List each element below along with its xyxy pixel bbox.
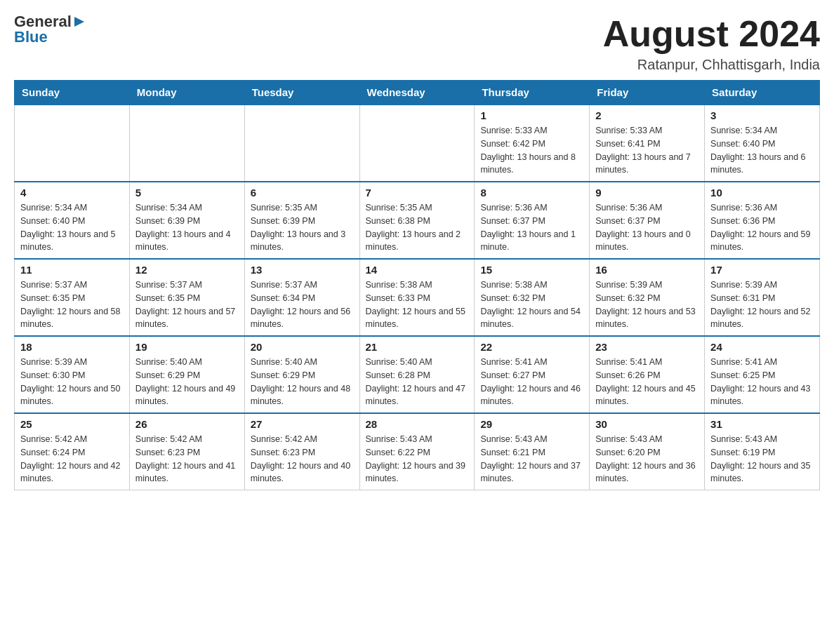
day-number: 30 — [595, 418, 699, 430]
calendar-cell: 10Sunrise: 5:36 AMSunset: 6:36 PMDayligh… — [705, 182, 820, 259]
day-info: Sunrise: 5:43 AMSunset: 6:22 PMDaylight:… — [366, 433, 469, 485]
day-info: Sunrise: 5:41 AMSunset: 6:26 PMDaylight:… — [595, 356, 699, 408]
calendar-cell: 15Sunrise: 5:38 AMSunset: 6:32 PMDayligh… — [475, 259, 590, 336]
calendar-cell: 3Sunrise: 5:34 AMSunset: 6:40 PMDaylight… — [705, 105, 820, 182]
day-info: Sunrise: 5:36 AMSunset: 6:37 PMDaylight:… — [480, 201, 583, 254]
day-number: 21 — [366, 341, 469, 353]
calendar-cell — [359, 105, 475, 182]
calendar-cell: 16Sunrise: 5:39 AMSunset: 6:32 PMDayligh… — [590, 259, 705, 336]
day-number: 20 — [251, 341, 354, 353]
col-saturday: Saturday — [705, 81, 820, 105]
day-number: 18 — [20, 341, 124, 353]
day-number: 13 — [251, 264, 354, 276]
calendar-cell: 19Sunrise: 5:40 AMSunset: 6:29 PMDayligh… — [129, 336, 244, 413]
calendar-cell — [244, 105, 359, 182]
calendar-cell: 4Sunrise: 5:34 AMSunset: 6:40 PMDaylight… — [15, 182, 130, 259]
day-number: 4 — [20, 187, 124, 199]
calendar-cell: 6Sunrise: 5:35 AMSunset: 6:39 PMDaylight… — [244, 182, 359, 259]
day-number: 15 — [480, 264, 583, 276]
day-number: 2 — [595, 109, 699, 121]
day-info: Sunrise: 5:40 AMSunset: 6:28 PMDaylight:… — [366, 356, 469, 408]
day-info: Sunrise: 5:34 AMSunset: 6:39 PMDaylight:… — [135, 201, 239, 254]
day-info: Sunrise: 5:36 AMSunset: 6:36 PMDaylight:… — [710, 201, 814, 254]
month-title: August 2024 — [603, 14, 820, 54]
calendar-cell: 27Sunrise: 5:42 AMSunset: 6:23 PMDayligh… — [244, 413, 359, 490]
week-row-3: 11Sunrise: 5:37 AMSunset: 6:35 PMDayligh… — [15, 259, 820, 336]
day-info: Sunrise: 5:36 AMSunset: 6:37 PMDaylight:… — [595, 201, 699, 254]
location: Ratanpur, Chhattisgarh, India — [603, 57, 820, 73]
day-number: 29 — [480, 418, 583, 430]
calendar-cell: 14Sunrise: 5:38 AMSunset: 6:33 PMDayligh… — [359, 259, 475, 336]
logo-triangle-icon — [73, 15, 86, 28]
day-number: 24 — [710, 341, 814, 353]
day-info: Sunrise: 5:42 AMSunset: 6:24 PMDaylight:… — [20, 433, 124, 485]
day-number: 22 — [480, 341, 583, 353]
col-friday: Friday — [590, 81, 705, 105]
col-sunday: Sunday — [15, 81, 130, 105]
svg-marker-0 — [74, 17, 84, 27]
day-number: 19 — [135, 341, 239, 353]
day-number: 17 — [710, 264, 814, 276]
day-number: 9 — [595, 187, 699, 199]
day-number: 5 — [135, 187, 239, 199]
day-number: 12 — [135, 264, 239, 276]
day-info: Sunrise: 5:40 AMSunset: 6:29 PMDaylight:… — [251, 356, 354, 408]
calendar-cell: 26Sunrise: 5:42 AMSunset: 6:23 PMDayligh… — [129, 413, 244, 490]
calendar-cell: 28Sunrise: 5:43 AMSunset: 6:22 PMDayligh… — [359, 413, 475, 490]
day-info: Sunrise: 5:43 AMSunset: 6:19 PMDaylight:… — [710, 433, 814, 485]
calendar-cell: 31Sunrise: 5:43 AMSunset: 6:19 PMDayligh… — [705, 413, 820, 490]
calendar-cell: 25Sunrise: 5:42 AMSunset: 6:24 PMDayligh… — [15, 413, 130, 490]
calendar-table: Sunday Monday Tuesday Wednesday Thursday… — [14, 80, 820, 490]
day-number: 28 — [366, 418, 469, 430]
day-number: 31 — [710, 418, 814, 430]
day-info: Sunrise: 5:35 AMSunset: 6:38 PMDaylight:… — [366, 201, 469, 254]
calendar-cell: 2Sunrise: 5:33 AMSunset: 6:41 PMDaylight… — [590, 105, 705, 182]
calendar-cell: 20Sunrise: 5:40 AMSunset: 6:29 PMDayligh… — [244, 336, 359, 413]
calendar-cell: 12Sunrise: 5:37 AMSunset: 6:35 PMDayligh… — [129, 259, 244, 336]
calendar-cell: 17Sunrise: 5:39 AMSunset: 6:31 PMDayligh… — [705, 259, 820, 336]
week-row-5: 25Sunrise: 5:42 AMSunset: 6:24 PMDayligh… — [15, 413, 820, 490]
day-info: Sunrise: 5:39 AMSunset: 6:32 PMDaylight:… — [595, 279, 699, 331]
day-number: 27 — [251, 418, 354, 430]
day-number: 6 — [251, 187, 354, 199]
day-info: Sunrise: 5:41 AMSunset: 6:27 PMDaylight:… — [480, 356, 583, 408]
day-number: 11 — [20, 264, 124, 276]
day-number: 23 — [595, 341, 699, 353]
calendar-cell: 30Sunrise: 5:43 AMSunset: 6:20 PMDayligh… — [590, 413, 705, 490]
day-info: Sunrise: 5:34 AMSunset: 6:40 PMDaylight:… — [20, 201, 124, 254]
calendar-cell: 21Sunrise: 5:40 AMSunset: 6:28 PMDayligh… — [359, 336, 475, 413]
logo-general: General — [14, 14, 72, 29]
title-block: August 2024 Ratanpur, Chhattisgarh, Indi… — [603, 14, 820, 73]
day-info: Sunrise: 5:42 AMSunset: 6:23 PMDaylight:… — [251, 433, 354, 485]
calendar-cell — [129, 105, 244, 182]
day-info: Sunrise: 5:37 AMSunset: 6:34 PMDaylight:… — [251, 279, 354, 331]
calendar-cell: 8Sunrise: 5:36 AMSunset: 6:37 PMDaylight… — [475, 182, 590, 259]
day-info: Sunrise: 5:43 AMSunset: 6:21 PMDaylight:… — [480, 433, 583, 485]
day-info: Sunrise: 5:39 AMSunset: 6:30 PMDaylight:… — [20, 356, 124, 408]
calendar-cell: 22Sunrise: 5:41 AMSunset: 6:27 PMDayligh… — [475, 336, 590, 413]
day-info: Sunrise: 5:38 AMSunset: 6:32 PMDaylight:… — [480, 279, 583, 331]
day-info: Sunrise: 5:34 AMSunset: 6:40 PMDaylight:… — [710, 124, 814, 177]
day-number: 25 — [20, 418, 124, 430]
day-info: Sunrise: 5:41 AMSunset: 6:25 PMDaylight:… — [710, 356, 814, 408]
day-info: Sunrise: 5:42 AMSunset: 6:23 PMDaylight:… — [135, 433, 239, 485]
calendar-cell — [15, 105, 130, 182]
calendar-header-row: Sunday Monday Tuesday Wednesday Thursday… — [15, 81, 820, 105]
day-info: Sunrise: 5:33 AMSunset: 6:41 PMDaylight:… — [595, 124, 699, 177]
day-info: Sunrise: 5:43 AMSunset: 6:20 PMDaylight:… — [595, 433, 699, 485]
calendar-cell: 29Sunrise: 5:43 AMSunset: 6:21 PMDayligh… — [475, 413, 590, 490]
calendar-cell: 7Sunrise: 5:35 AMSunset: 6:38 PMDaylight… — [359, 182, 475, 259]
calendar-cell: 1Sunrise: 5:33 AMSunset: 6:42 PMDaylight… — [475, 105, 590, 182]
calendar-cell: 24Sunrise: 5:41 AMSunset: 6:25 PMDayligh… — [705, 336, 820, 413]
calendar-cell: 18Sunrise: 5:39 AMSunset: 6:30 PMDayligh… — [15, 336, 130, 413]
page-header: General Blue August 2024 Ratanpur, Chhat… — [14, 14, 820, 73]
week-row-1: 1Sunrise: 5:33 AMSunset: 6:42 PMDaylight… — [15, 105, 820, 182]
day-info: Sunrise: 5:37 AMSunset: 6:35 PMDaylight:… — [20, 279, 124, 331]
day-number: 7 — [366, 187, 469, 199]
day-number: 26 — [135, 418, 239, 430]
calendar-cell: 23Sunrise: 5:41 AMSunset: 6:26 PMDayligh… — [590, 336, 705, 413]
day-info: Sunrise: 5:40 AMSunset: 6:29 PMDaylight:… — [135, 356, 239, 408]
day-info: Sunrise: 5:37 AMSunset: 6:35 PMDaylight:… — [135, 279, 239, 331]
day-number: 14 — [366, 264, 469, 276]
calendar-cell: 9Sunrise: 5:36 AMSunset: 6:37 PMDaylight… — [590, 182, 705, 259]
